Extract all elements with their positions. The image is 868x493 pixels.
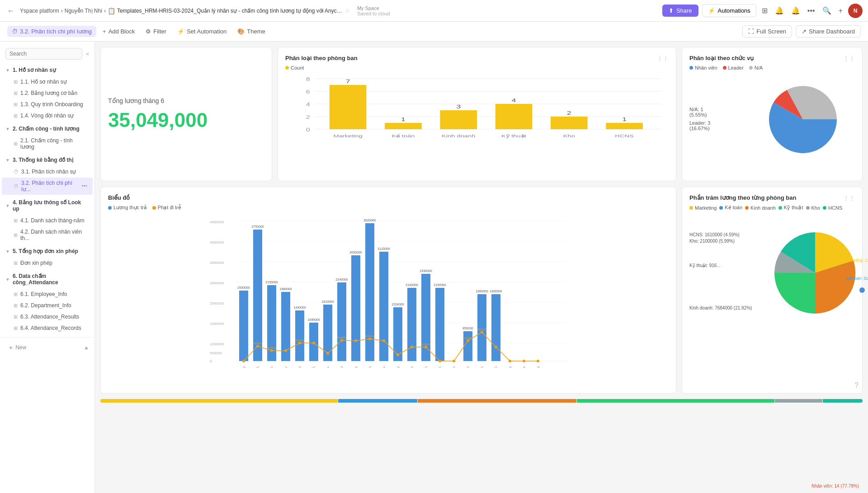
sidebar-item-1-3[interactable]: ⊞1.3. Quy trình Onboarding bbox=[2, 99, 93, 110]
bieu-do-title: Biểu đồ bbox=[108, 194, 130, 201]
sidebar-collapse-btn[interactable]: « bbox=[84, 49, 91, 59]
sidebar-item-2-1[interactable]: ⊞2.1. Chấm công - tính lương bbox=[2, 135, 93, 152]
svg-text:Marketing: Marketing bbox=[333, 134, 362, 138]
svg-text:HCNS: HCNS bbox=[615, 134, 634, 138]
new-expand-icon[interactable]: ▲ bbox=[84, 344, 89, 351]
sidebar-item-1-2[interactable]: ⊞1.2. Bảng lương cơ bản bbox=[2, 88, 93, 99]
toggle-icon: ▼ bbox=[5, 68, 10, 73]
svg-text:2500000: 2500000 bbox=[210, 281, 224, 285]
share-dash-icon: ↗ bbox=[802, 28, 807, 35]
sidebar-section-6-header[interactable]: ▼ 6. Data chấm công_Attendance bbox=[0, 270, 94, 288]
sidebar-section-2: ▼ 2. Chấm công - tính lương ⊞2.1. Chấm c… bbox=[0, 123, 94, 152]
sidebar-item-6-4[interactable]: ⊞6.4. Attendance_Records bbox=[2, 323, 93, 333]
leader-stat: Leader: 3 (16.67%) bbox=[689, 120, 721, 131]
bar-ke-toan bbox=[385, 123, 422, 129]
main-content: Tổng lương tháng 6 35,049,000 Phân loại … bbox=[95, 42, 868, 493]
card-phong-ban-header: Phân loại theo phòng ban ⋮⋮ bbox=[285, 55, 669, 61]
chuc-vu-menu[interactable]: ⋮⋮ bbox=[843, 55, 855, 61]
search-btn[interactable]: 🔍 bbox=[821, 5, 833, 17]
section-6-label: 6. Data chấm công_Attendance bbox=[13, 273, 89, 286]
more-icon[interactable]: ••• bbox=[81, 183, 87, 189]
legend-nhan-vien: Nhân viên bbox=[689, 65, 717, 70]
svg-text:Bùi Đức Thiên: Bùi Đức Thiên bbox=[258, 365, 274, 368]
set-automation-btn[interactable]: ⚡ Set Automation bbox=[173, 26, 231, 37]
sidebar-item-6-1[interactable]: ⊞6.1. Employee_Info bbox=[2, 289, 93, 300]
sidebar-item-4-1[interactable]: ⊞4.1. Danh sách tháng-năm bbox=[2, 215, 93, 226]
fullscreen-btn[interactable]: ⛶ Full Screen bbox=[742, 25, 792, 38]
sidebar-section-5-header[interactable]: ▼ 5. Tổng hợp đơn xin phép bbox=[0, 245, 94, 257]
breadcrumb-sep2: › bbox=[104, 8, 106, 14]
sidebar-item-6-2[interactable]: ⊞6.2. Department_Info bbox=[2, 300, 93, 311]
toolbar-right: ⛶ Full Screen ↗ Share Dashboard bbox=[742, 25, 861, 38]
phan-tram-menu[interactable]: ⋮⋮ bbox=[843, 194, 855, 201]
grid-icon: ⊞ bbox=[14, 79, 18, 85]
dot-ky-thuat bbox=[778, 206, 782, 210]
item-4-2-label: 4.2. Danh sách nhân viên th... bbox=[20, 229, 87, 241]
svg-text:8: 8 bbox=[306, 77, 310, 82]
search-input[interactable] bbox=[5, 48, 82, 60]
bell-icon-btn[interactable]: 🔔 bbox=[773, 5, 786, 17]
svg-rect-74 bbox=[491, 294, 500, 361]
filter-icon: ⚙ bbox=[146, 28, 151, 35]
sidebar-section-4-header[interactable]: ▼ 4. Bảng lưu thông số Look up bbox=[0, 197, 94, 215]
phan-tram-title: Phần trăm lương theo từng phòng ban bbox=[689, 194, 796, 201]
more-options-btn[interactable]: ••• bbox=[806, 5, 817, 17]
share-dashboard-btn[interactable]: ↗ Share Dashboard bbox=[796, 25, 861, 38]
add-block-btn[interactable]: + Add Block bbox=[98, 26, 139, 37]
bar-kho bbox=[551, 117, 588, 129]
stat-hcns: HCNS: 1610000 (4.59%) bbox=[689, 232, 752, 237]
phong-ban-svg: 8 6 4 2 0 bbox=[285, 74, 669, 174]
svg-point-121 bbox=[410, 346, 413, 348]
na-stat: N/A: 1 (5.55%) bbox=[689, 107, 721, 117]
automations-button[interactable]: ⚡ Automations bbox=[702, 4, 756, 17]
share-button[interactable]: ⬆ Share bbox=[662, 5, 698, 17]
bar-hcns bbox=[606, 123, 643, 129]
stat-kinh-doanh: Kinh doanh: 7684000 (21.92%) bbox=[689, 305, 752, 310]
phong-ban-menu[interactable]: ⋮⋮ bbox=[657, 55, 669, 61]
svg-point-115 bbox=[326, 352, 329, 355]
phan-tram-header: Phần trăm lương theo từng phòng ban ⋮⋮ bbox=[689, 194, 855, 201]
sidebar-section-2-header[interactable]: ▼ 2. Chấm công - tính lương bbox=[0, 123, 94, 135]
sidebar-item-3-2[interactable]: ⏱3.2. Phân tích chi phí lư...••• bbox=[2, 178, 93, 195]
item-1-2-label: 1.2. Bảng lương cơ bản bbox=[20, 90, 77, 96]
sidebar-section-5: ▼ 5. Tổng hợp đơn xin phép ⊞Đơn xin phép bbox=[0, 245, 94, 268]
dot-luong bbox=[108, 206, 112, 210]
svg-text:4000000: 4000000 bbox=[210, 220, 224, 224]
notify-icon-btn[interactable]: 🔔 bbox=[789, 5, 802, 17]
sidebar-section-3-header[interactable]: ▼ 3. Thống kê bằng đồ thị bbox=[0, 154, 94, 166]
bar-ke-toan-bottom bbox=[338, 399, 417, 403]
new-btn[interactable]: + New bbox=[5, 341, 30, 354]
sidebar-item-6-3[interactable]: ⊞6.3. Attendance_Results bbox=[2, 311, 93, 322]
svg-text:1500000: 1500000 bbox=[210, 322, 224, 326]
nav-right: ⬆ Share ⚡ Automations ⊞ 🔔 🔔 ••• 🔍 + N bbox=[662, 4, 863, 18]
legend-marketing: Marketing bbox=[689, 205, 717, 211]
chuc-vu-svg: Nhân viên: 14 (77.78%) bbox=[728, 74, 855, 164]
add-btn[interactable]: + bbox=[837, 5, 844, 17]
toggle-icon: ▼ bbox=[5, 127, 10, 131]
help-icon[interactable]: ? bbox=[854, 381, 859, 390]
layout: « ▼ 1. Hồ sơ nhân sự ⊞1.1. Hồ sơ nhân sự… bbox=[0, 42, 868, 493]
filter-btn[interactable]: ⚙ Filter bbox=[141, 26, 171, 37]
chart-icon: ⏱ bbox=[14, 169, 19, 174]
back-button[interactable]: ← bbox=[5, 5, 16, 17]
sidebar-item-3-1[interactable]: ⏱3.1. Phân tích nhân sự bbox=[2, 166, 93, 177]
toolbar-active-view[interactable]: ⏱ 3.2. Phân tích chi phí lương bbox=[7, 26, 96, 37]
svg-text:2240000: 2240000 bbox=[335, 278, 348, 281]
phong-ban-title: Phân loại theo phòng ban bbox=[285, 55, 358, 61]
avatar: N bbox=[848, 4, 863, 18]
stat-ky-thuat: Kỹ thuật: 916... bbox=[689, 263, 752, 268]
theme-btn[interactable]: 🎨 Theme bbox=[233, 26, 269, 37]
bar-hcns-bottom bbox=[823, 399, 863, 403]
bar-ky-thuat-bottom bbox=[577, 399, 775, 403]
sidebar-item-5-1[interactable]: ⊞Đơn xin phép bbox=[2, 258, 93, 268]
grid-icon-btn[interactable]: ⊞ bbox=[760, 5, 769, 17]
share-icon: ⬆ bbox=[669, 7, 674, 14]
phan-tram-content: HCNS: 1610000 (4.59%) Kho: 2100000 (5.99… bbox=[689, 214, 855, 332]
sidebar-section-1-header[interactable]: ▼ 1. Hồ sơ nhân sự bbox=[0, 64, 94, 76]
sidebar-item-4-2[interactable]: ⊞4.2. Danh sách nhân viên th... bbox=[2, 226, 93, 244]
legend-kinh-doanh: Kinh doanh bbox=[745, 205, 776, 211]
total-label: Tổng lương tháng 6 bbox=[108, 97, 264, 104]
sidebar-item-1-1[interactable]: ⊞1.1. Hồ sơ nhân sự bbox=[2, 76, 93, 87]
sidebar-item-1-4[interactable]: ⊞1.4. Vòng đời nhân sự bbox=[2, 110, 93, 121]
bar-kinh-doanh bbox=[440, 110, 477, 129]
